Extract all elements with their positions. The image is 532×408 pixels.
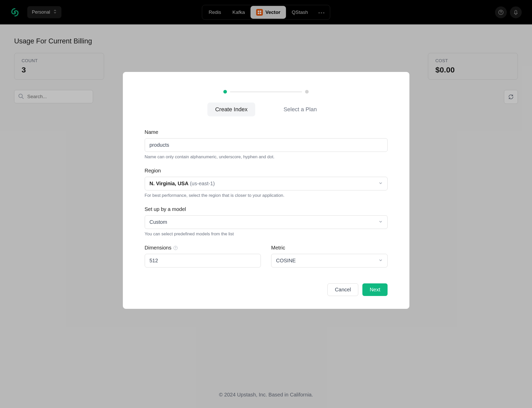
region-select[interactable]: N. Virginia, USA (us-east-1) [145, 177, 388, 190]
model-select[interactable]: Custom [145, 215, 388, 229]
modal-footer: Cancel Next [145, 283, 388, 296]
metric-select[interactable]: COSINE [271, 254, 388, 267]
modal-overlay: Create Index Select a Plan Name Name can… [0, 0, 532, 408]
help-icon[interactable]: ? [173, 246, 178, 250]
dimensions-label: Dimensions ? [145, 245, 261, 251]
model-group: Set up by a model Custom You can select … [145, 206, 388, 237]
model-hint: You can select predefined models from th… [145, 231, 388, 237]
metric-label: Metric [271, 245, 388, 251]
dim-metric-row: Dimensions ? Metric COSINE [145, 245, 388, 276]
region-name: N. Virginia, USA [150, 181, 189, 186]
step-labels: Create Index Select a Plan [145, 103, 388, 116]
region-hint: For best performance, select the region … [145, 193, 388, 198]
step-dot-2 [305, 90, 309, 94]
chevron-down-icon [379, 258, 383, 264]
model-label: Set up by a model [145, 206, 388, 212]
name-hint: Name can only contain alphanumeric, unde… [145, 154, 388, 160]
model-value: Custom [150, 219, 167, 225]
region-group: Region N. Virginia, USA (us-east-1) For … [145, 168, 388, 198]
dimensions-label-text: Dimensions [145, 245, 171, 251]
step-line [230, 91, 302, 92]
step-dot-1 [223, 90, 227, 94]
chevron-down-icon [379, 219, 383, 225]
region-code: (us-east-1) [190, 181, 215, 186]
step-create-index[interactable]: Create Index [207, 103, 255, 116]
metric-group: Metric COSINE [271, 245, 388, 267]
name-input[interactable] [145, 138, 388, 152]
cancel-button[interactable]: Cancel [327, 283, 358, 296]
next-button[interactable]: Next [362, 283, 387, 296]
name-label: Name [145, 129, 388, 135]
dimensions-input[interactable] [145, 254, 261, 267]
chevron-down-icon [379, 181, 383, 187]
step-select-plan[interactable]: Select a Plan [276, 103, 325, 116]
create-index-modal: Create Index Select a Plan Name Name can… [123, 72, 409, 309]
name-group: Name Name can only contain alphanumeric,… [145, 129, 388, 160]
metric-value: COSINE [276, 258, 296, 264]
step-indicator [145, 90, 388, 94]
region-label: Region [145, 168, 388, 174]
dimensions-group: Dimensions ? [145, 245, 261, 267]
